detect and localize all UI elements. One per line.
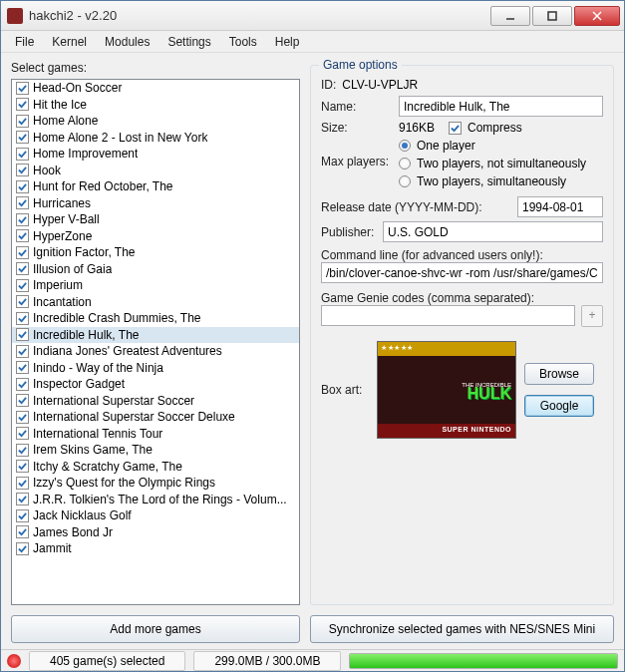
list-item[interactable]: Home Improvement	[12, 146, 299, 163]
synchronize-button[interactable]: Synchronize selected games with NES/SNES…	[310, 615, 614, 643]
minimize-button[interactable]	[490, 6, 530, 26]
menu-file[interactable]: File	[15, 35, 34, 49]
game-checkbox[interactable]	[16, 295, 29, 308]
gg-input[interactable]	[321, 305, 575, 326]
menu-settings[interactable]: Settings	[167, 35, 210, 49]
game-checkbox[interactable]	[16, 460, 29, 473]
game-checkbox[interactable]	[16, 509, 29, 522]
game-name: Hook	[33, 164, 61, 177]
compress-label: Compress	[468, 121, 522, 135]
game-checkbox[interactable]	[16, 82, 29, 95]
list-item[interactable]: Hunt for Red October, The	[12, 178, 299, 195]
game-checkbox[interactable]	[16, 262, 29, 275]
list-item[interactable]: Hit the Ice	[12, 97, 299, 114]
game-checkbox[interactable]	[16, 180, 29, 193]
menu-kernel[interactable]: Kernel	[52, 35, 87, 49]
game-name: International Superstar Soccer	[33, 394, 194, 408]
game-checkbox[interactable]	[16, 164, 29, 176]
game-checkbox[interactable]	[16, 427, 29, 440]
menu-tools[interactable]: Tools	[229, 35, 257, 49]
publisher-input[interactable]	[383, 221, 603, 242]
list-item[interactable]: Jack Nicklaus Golf	[12, 507, 299, 524]
list-item[interactable]: Incredible Hulk, The	[12, 327, 299, 344]
game-checkbox[interactable]	[16, 361, 29, 374]
list-item[interactable]: J.R.R. Tolkien's The Lord of the Rings -…	[12, 492, 299, 508]
game-checkbox[interactable]	[16, 131, 29, 144]
cmdline-input[interactable]	[321, 262, 603, 283]
boxart-image[interactable]: ★★★★★ THE INCREDIBLE HULK SUPER NINTENDO	[377, 341, 516, 439]
game-checkbox[interactable]	[16, 196, 29, 209]
game-name: International Superstar Soccer Deluxe	[33, 410, 235, 424]
game-name: Incredible Hulk, The	[33, 328, 140, 342]
list-item[interactable]: Ignition Factor, The	[12, 244, 299, 261]
game-checkbox[interactable]	[16, 312, 29, 325]
compress-checkbox[interactable]	[449, 122, 462, 135]
game-name: International Tennis Tour	[33, 427, 162, 441]
list-item[interactable]: Home Alone 2 - Lost in New York	[12, 130, 299, 147]
browse-button[interactable]: Browse	[524, 363, 594, 385]
list-item[interactable]: Head-On Soccer	[12, 80, 299, 97]
boxart-label: Box art:	[321, 383, 369, 397]
list-item[interactable]: Home Alone	[12, 113, 299, 130]
game-checkbox[interactable]	[16, 98, 29, 111]
game-name: Izzy's Quest for the Olympic Rings	[33, 476, 215, 490]
game-name: Indiana Jones' Greatest Adventures	[33, 344, 222, 358]
games-list[interactable]: Head-On SoccerHit the IceHome AloneHome …	[11, 79, 300, 605]
game-checkbox[interactable]	[16, 477, 29, 490]
add-more-games-button[interactable]: Add more games	[11, 615, 300, 643]
close-button[interactable]	[574, 6, 620, 26]
list-item[interactable]: Itchy & Scratchy Game, The	[12, 459, 299, 476]
list-item[interactable]: Incredible Crash Dummies, The	[12, 310, 299, 327]
list-item[interactable]: Indiana Jones' Greatest Adventures	[12, 343, 299, 360]
game-checkbox[interactable]	[16, 213, 29, 226]
radio-two-not-simul[interactable]	[399, 158, 411, 169]
game-checkbox[interactable]	[16, 115, 29, 128]
menu-modules[interactable]: Modules	[105, 35, 150, 49]
game-name: Itchy & Scratchy Game, The	[33, 460, 182, 474]
release-date-input[interactable]	[517, 196, 603, 217]
game-checkbox[interactable]	[16, 493, 29, 505]
game-checkbox[interactable]	[16, 328, 29, 341]
google-button[interactable]: Google	[524, 395, 594, 417]
game-name: Hunt for Red October, The	[33, 179, 173, 193]
game-checkbox[interactable]	[16, 542, 29, 555]
list-item[interactable]: Hook	[12, 163, 299, 179]
maximize-button[interactable]	[532, 6, 572, 26]
list-item[interactable]: Incantation	[12, 294, 299, 311]
name-input[interactable]	[399, 96, 603, 117]
game-checkbox[interactable]	[16, 411, 29, 424]
radio-one-player[interactable]	[399, 140, 411, 152]
list-item[interactable]: Imperium	[12, 277, 299, 294]
game-checkbox[interactable]	[16, 148, 29, 161]
list-item[interactable]: International Superstar Soccer Deluxe	[12, 409, 299, 426]
id-label: ID:	[321, 78, 336, 92]
game-checkbox[interactable]	[16, 378, 29, 391]
gg-add-button[interactable]: +	[581, 305, 603, 327]
list-item[interactable]: James Bond Jr	[12, 524, 299, 541]
game-checkbox[interactable]	[16, 345, 29, 358]
status-size: 299.0MB / 300.0MB	[193, 651, 341, 671]
list-item[interactable]: Irem Skins Game, The	[12, 442, 299, 459]
list-item[interactable]: International Superstar Soccer	[12, 393, 299, 410]
game-name: HyperZone	[33, 229, 92, 243]
game-checkbox[interactable]	[16, 525, 29, 538]
list-item[interactable]: Hurricanes	[12, 195, 299, 212]
game-checkbox[interactable]	[16, 246, 29, 259]
radio-two-simul[interactable]	[399, 175, 411, 187]
list-item[interactable]: Izzy's Quest for the Olympic Rings	[12, 475, 299, 492]
game-name: Incantation	[33, 295, 92, 309]
list-item[interactable]: Hyper V-Ball	[12, 211, 299, 228]
list-item[interactable]: Jammit	[12, 540, 299, 557]
game-checkbox[interactable]	[16, 229, 29, 242]
list-item[interactable]: Inindo - Way of the Ninja	[12, 360, 299, 377]
list-item[interactable]: HyperZone	[12, 228, 299, 245]
list-item[interactable]: Illusion of Gaia	[12, 261, 299, 278]
window-title: hakchi2 - v2.20	[29, 8, 490, 23]
game-checkbox[interactable]	[16, 394, 29, 407]
list-item[interactable]: International Tennis Tour	[12, 426, 299, 443]
game-checkbox[interactable]	[16, 279, 29, 292]
menu-help[interactable]: Help	[275, 35, 300, 49]
list-item[interactable]: Inspector Gadget	[12, 376, 299, 393]
game-checkbox[interactable]	[16, 444, 29, 457]
titlebar[interactable]: hakchi2 - v2.20	[1, 1, 624, 31]
